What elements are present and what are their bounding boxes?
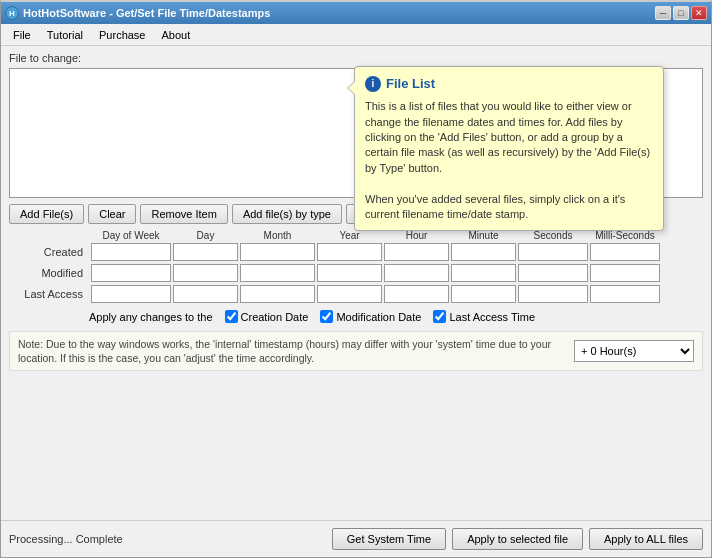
col-header-hour: Hour xyxy=(384,230,449,241)
col-header-day: Day xyxy=(173,230,238,241)
created-day[interactable] xyxy=(173,243,238,261)
dt-header-row: Day of Week Day Month Year Hour Minute S… xyxy=(9,230,703,243)
apply-checks-label: Apply any changes to the xyxy=(89,311,213,323)
created-month[interactable] xyxy=(240,243,315,261)
lastaccess-month[interactable] xyxy=(240,285,315,303)
datetime-section: Day of Week Day Month Year Hour Minute S… xyxy=(9,230,703,325)
titlebar: H HotHotSoftware - Get/Set File Time/Dat… xyxy=(1,2,711,24)
last-access-label: Last Access Time xyxy=(449,311,535,323)
menu-file[interactable]: File xyxy=(5,27,39,43)
col-header-month: Month xyxy=(240,230,315,241)
col-header-empty xyxy=(9,230,89,241)
tooltip-text1: This is a list of files that you would l… xyxy=(365,99,653,176)
minimize-button[interactable]: ─ xyxy=(655,6,671,20)
modification-date-label: Modification Date xyxy=(336,311,421,323)
modification-date-check-item: Modification Date xyxy=(320,310,421,323)
col-header-year: Year xyxy=(317,230,382,241)
dt-label-created: Created xyxy=(9,246,89,258)
titlebar-controls: ─ □ ✕ xyxy=(655,6,707,20)
tooltip-title-text: File List xyxy=(386,75,435,93)
titlebar-left: H HotHotSoftware - Get/Set File Time/Dat… xyxy=(5,6,270,20)
add-files-by-type-button[interactable]: Add file(s) by type xyxy=(232,204,342,224)
tooltip-title: i File List xyxy=(365,75,653,93)
file-label: File to change: xyxy=(9,52,703,64)
processing-text: Processing... Complete xyxy=(9,533,326,545)
modified-milliseconds[interactable] xyxy=(590,264,660,282)
hour-select[interactable]: + 0 Hour(s) xyxy=(574,340,694,362)
modified-minute[interactable] xyxy=(451,264,516,282)
lastaccess-day[interactable] xyxy=(173,285,238,303)
modified-day[interactable] xyxy=(173,264,238,282)
last-access-checkbox[interactable] xyxy=(433,310,446,323)
apply-all-button[interactable]: Apply to ALL files xyxy=(589,528,703,550)
modified-hour[interactable] xyxy=(384,264,449,282)
tooltip-text2: When you've added several files, simply … xyxy=(365,192,653,223)
app-icon: H xyxy=(5,6,19,20)
creation-date-label: Creation Date xyxy=(241,311,309,323)
tooltip-bubble: i File List This is a list of files that… xyxy=(354,66,664,231)
main-window: H HotHotSoftware - Get/Set File Time/Dat… xyxy=(0,0,712,558)
created-dayofweek[interactable] xyxy=(91,243,171,261)
apply-selected-button[interactable]: Apply to selected file xyxy=(452,528,583,550)
lastaccess-seconds[interactable] xyxy=(518,285,588,303)
created-minute[interactable] xyxy=(451,243,516,261)
dt-row-lastaccess: Last Access xyxy=(9,285,703,303)
close-button[interactable]: ✕ xyxy=(691,6,707,20)
col-header-milliseconds: Milli-Seconds xyxy=(590,230,660,241)
get-system-time-button[interactable]: Get System Time xyxy=(332,528,446,550)
creation-date-check-item: Creation Date xyxy=(225,310,309,323)
note-row: Note: Due to the way windows works, the … xyxy=(9,331,703,371)
lastaccess-hour[interactable] xyxy=(384,285,449,303)
modified-month[interactable] xyxy=(240,264,315,282)
col-header-seconds: Seconds xyxy=(518,230,588,241)
modified-seconds[interactable] xyxy=(518,264,588,282)
col-header-minute: Minute xyxy=(451,230,516,241)
hour-select-wrapper: + 0 Hour(s) xyxy=(574,340,694,362)
lastaccess-dayofweek[interactable] xyxy=(91,285,171,303)
lastaccess-milliseconds[interactable] xyxy=(590,285,660,303)
note-text: Note: Due to the way windows works, the … xyxy=(18,337,566,365)
main-content: File to change: i File List This is a li… xyxy=(1,46,711,520)
info-icon: i xyxy=(365,76,381,92)
remove-item-button[interactable]: Remove Item xyxy=(140,204,227,224)
clear-button[interactable]: Clear xyxy=(88,204,136,224)
col-header-dayofweek: Day of Week xyxy=(91,230,171,241)
file-section: File to change: i File List This is a li… xyxy=(9,52,703,198)
window-title: HotHotSoftware - Get/Set File Time/Dates… xyxy=(23,7,270,19)
dt-label-lastaccess: Last Access xyxy=(9,288,89,300)
lastaccess-minute[interactable] xyxy=(451,285,516,303)
created-hour[interactable] xyxy=(384,243,449,261)
dt-row-modified: Modified xyxy=(9,264,703,282)
modified-year[interactable] xyxy=(317,264,382,282)
created-milliseconds[interactable] xyxy=(590,243,660,261)
modified-dayofweek[interactable] xyxy=(91,264,171,282)
apply-checks-row: Apply any changes to the Creation Date M… xyxy=(9,306,703,325)
created-year[interactable] xyxy=(317,243,382,261)
maximize-button[interactable]: □ xyxy=(673,6,689,20)
bottom-bar: Processing... Complete Get System Time A… xyxy=(1,520,711,557)
menu-tutorial[interactable]: Tutorial xyxy=(39,27,91,43)
menu-about[interactable]: About xyxy=(154,27,199,43)
dt-label-modified: Modified xyxy=(9,267,89,279)
add-files-button[interactable]: Add File(s) xyxy=(9,204,84,224)
modification-date-checkbox[interactable] xyxy=(320,310,333,323)
lastaccess-year[interactable] xyxy=(317,285,382,303)
menu-purchase[interactable]: Purchase xyxy=(91,27,153,43)
menubar: File Tutorial Purchase About xyxy=(1,24,711,46)
dt-row-created: Created xyxy=(9,243,703,261)
created-seconds[interactable] xyxy=(518,243,588,261)
last-access-check-item: Last Access Time xyxy=(433,310,535,323)
creation-date-checkbox[interactable] xyxy=(225,310,238,323)
